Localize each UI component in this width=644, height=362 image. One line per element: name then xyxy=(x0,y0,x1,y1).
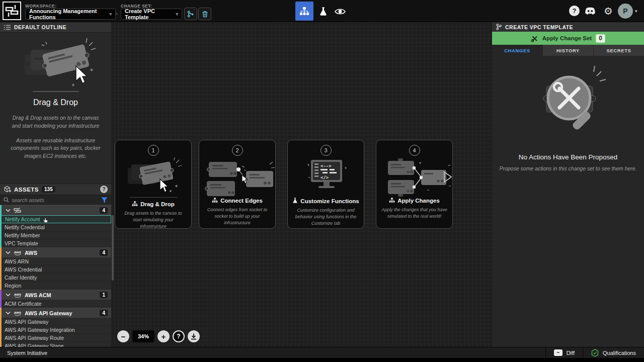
flask-icon xyxy=(319,7,328,16)
si-logo-icon xyxy=(14,207,21,214)
tab-changes[interactable]: CHANGES xyxy=(492,45,542,56)
asset-item[interactable]: AWS API Gateway xyxy=(0,318,111,326)
svg-text:aws: aws xyxy=(14,292,21,297)
merge-icon xyxy=(187,11,194,18)
drag-drop-illustration xyxy=(11,38,101,90)
sidebar-scrollbar-thumb[interactable] xyxy=(112,215,114,281)
asset-category-name: AWS xyxy=(25,250,37,256)
asset-item[interactable]: AWS API Gateway Route xyxy=(0,334,111,342)
chevron-down-icon: ▾ xyxy=(172,12,178,17)
abandon-change-set-button[interactable] xyxy=(198,8,211,20)
asset-category-section: 4Netlify AccountNetlify CredentialNetlif… xyxy=(0,205,111,247)
guide-card-desc: Connect edges from socket to socket to b… xyxy=(199,204,275,226)
asset-item[interactable]: Netlify Account xyxy=(0,215,111,223)
outline-panel-header[interactable]: DEFAULT OUTLINE xyxy=(0,22,111,33)
apply-change-set-button[interactable]: Apply Change Set 0 xyxy=(492,32,644,45)
asset-item[interactable]: Region xyxy=(0,282,111,290)
asset-category-section: awsAWS ACM1ACM Certificate xyxy=(0,290,111,308)
asset-item[interactable]: Netlify Member xyxy=(0,231,111,239)
svg-text:aws: aws xyxy=(14,250,21,254)
hierarchy-icon xyxy=(132,201,138,207)
asset-item[interactable]: ACM Certificate xyxy=(0,300,111,308)
asset-item[interactable]: Caller Identity xyxy=(0,274,111,282)
diff-toggle[interactable]: ~ Diff xyxy=(545,347,583,358)
tab-history[interactable]: HISTORY xyxy=(542,45,593,56)
guide-card-desc: Drag assets to the canvas to start simul… xyxy=(115,208,191,229)
si-logo-icon xyxy=(5,4,19,18)
gear-icon: ⚙ xyxy=(604,6,613,16)
search-icon xyxy=(4,197,9,203)
aws-logo-icon: aws xyxy=(14,292,22,298)
guide-card-number: 1 xyxy=(148,145,159,156)
asset-item[interactable]: AWS API Gateway Stage xyxy=(0,342,111,347)
canvas-help-button[interactable]: ? xyxy=(173,330,185,342)
workspace-dropdown[interactable]: Announcing Management Functions ▾ xyxy=(25,9,116,20)
asset-category-count: 1 xyxy=(100,292,108,298)
hierarchy-icon xyxy=(299,6,309,16)
assets-search-row xyxy=(0,195,111,205)
asset-category-header[interactable]: awsAWS API Gateway4 xyxy=(0,308,111,318)
asset-category-section: awsAWS4AWS ARNAWS CredentialCaller Ident… xyxy=(0,247,111,290)
view-mode-button[interactable] xyxy=(334,5,347,18)
category-color-strip xyxy=(0,290,2,308)
merge-change-set-button[interactable] xyxy=(184,8,197,20)
apply-change-set-label: Apply Change Set xyxy=(542,35,592,41)
model-view-button[interactable] xyxy=(295,2,313,21)
chevron-down-icon[interactable]: ▾ xyxy=(635,9,637,14)
asset-category-header[interactable]: 4 xyxy=(0,205,111,215)
tab-secrets[interactable]: SECRETS xyxy=(593,45,644,56)
zoom-out-button[interactable]: − xyxy=(117,330,129,342)
settings-button[interactable]: ⚙ xyxy=(602,5,615,18)
export-button[interactable] xyxy=(188,330,200,342)
help-button[interactable]: ? xyxy=(569,6,580,16)
hierarchy-icon xyxy=(389,197,395,204)
qualifications-label: Qualifications xyxy=(603,350,636,356)
zoom-in-button[interactable]: + xyxy=(157,330,170,342)
asset-item[interactable]: VPC Template xyxy=(0,239,111,247)
guide-card-desc: Apply the changes that you have simulate… xyxy=(376,204,452,220)
flask-icon xyxy=(292,197,298,204)
asset-item-label: VPC Template xyxy=(5,240,38,246)
status-bar-brand: System Initiative xyxy=(7,350,47,356)
asset-item[interactable]: AWS ARN xyxy=(0,257,111,265)
qualifications-toggle[interactable]: Qualifications xyxy=(583,347,644,358)
guide-card: 2Connect EdgesConnect edges from socket … xyxy=(199,140,276,229)
change-set-value: Create VPC Template xyxy=(125,8,172,20)
asset-category-count: 4 xyxy=(100,249,108,256)
guide-card: 3<--></>Customize FunctionsCustomize con… xyxy=(287,140,364,229)
system-initiative-logo[interactable] xyxy=(3,2,21,20)
chevron-down-icon xyxy=(6,209,11,212)
asset-item-label: Netlify Member xyxy=(5,232,40,238)
assets-panel-header[interactable]: ASSETS 135 ? xyxy=(0,184,111,195)
search-input[interactable] xyxy=(12,197,99,203)
bottom-black-bar xyxy=(0,358,644,362)
asset-category-count: 4 xyxy=(100,310,108,316)
diff-label: Diff xyxy=(567,350,575,356)
asset-item[interactable]: AWS Credential xyxy=(0,265,111,274)
chevron-down-icon xyxy=(6,293,11,297)
filter-funnel-icon[interactable] xyxy=(101,197,108,203)
intro-paragraph-1: Drag & Drop assets on to the canvas and … xyxy=(0,114,111,130)
assets-help-button[interactable]: ? xyxy=(100,186,108,193)
hierarchy-icon xyxy=(132,201,138,208)
zoom-level[interactable]: 34% xyxy=(132,330,154,342)
guide-card-illustration xyxy=(376,157,452,197)
asset-item[interactable]: AWS API Gateway Integration xyxy=(0,326,111,334)
guide-card: 1Drag & DropDrag assets to the canvas to… xyxy=(115,140,192,229)
assets-title: ASSETS xyxy=(14,187,39,193)
asset-item[interactable]: Netlify Credential xyxy=(0,223,111,231)
avatar[interactable]: P xyxy=(618,4,633,19)
asset-item-label: AWS API Gateway Route xyxy=(5,335,64,341)
aws-logo-icon: aws xyxy=(14,250,22,255)
asset-category-header[interactable]: awsAWS ACM1 xyxy=(0,290,111,300)
customize-view-button[interactable] xyxy=(316,5,330,18)
top-bar: WORKSPACE: Announcing Management Functio… xyxy=(0,0,644,22)
hierarchy-icon xyxy=(389,197,395,203)
change-set-dropdown[interactable]: Create VPC Template ▾ xyxy=(121,9,182,20)
asset-category-header[interactable]: awsAWS4 xyxy=(0,247,111,257)
asset-item-label: ACM Certificate xyxy=(5,301,42,307)
discord-button[interactable] xyxy=(583,6,598,17)
qualification-shield-icon xyxy=(591,349,599,357)
diagram-canvas[interactable]: 1Drag & DropDrag assets to the canvas to… xyxy=(114,22,492,347)
guide-card-title: Customize Functions xyxy=(288,197,364,205)
